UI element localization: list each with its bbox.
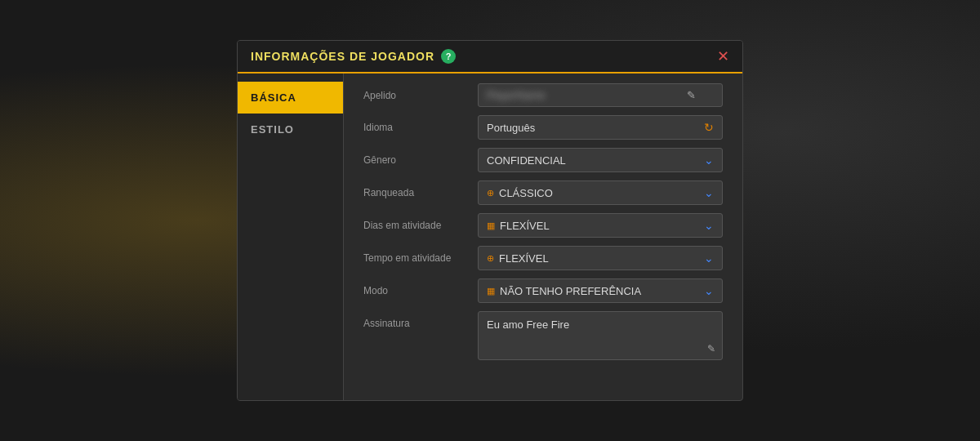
dias-atividade-dropdown[interactable]: ▦ FLEXÍVEL ⌄ <box>478 213 723 238</box>
dias-atividade-row: Dias em atividade ▦ FLEXÍVEL ⌄ <box>363 213 723 238</box>
assinatura-textarea[interactable]: Eu amo Free Fire ✎ <box>478 311 723 360</box>
assinatura-label: Assinatura <box>363 311 478 329</box>
modo-chevron-icon: ⌄ <box>704 284 714 297</box>
assinatura-value: Eu amo Free Fire <box>487 318 569 331</box>
modo-row: Modo ▦ NÃO TENHO PREFERÊNCIA ⌄ <box>363 278 723 303</box>
ranqueada-field-wrapper: ⊕ CLÁSSICO ⌄ <box>478 180 723 205</box>
genero-field-wrapper: CONFIDENCIAL ⌄ <box>478 148 723 172</box>
apelido-row: Apelido PlayerName ✎ ◀ <box>363 83 723 107</box>
ranqueada-label: Ranqueada <box>363 187 478 198</box>
apelido-field-wrapper: PlayerName ✎ <box>478 83 723 107</box>
modo-text-area: ▦ NÃO TENHO PREFERÊNCIA <box>487 285 641 297</box>
tempo-atividade-text-area: ⊕ FLEXÍVEL <box>487 252 549 265</box>
genero-dropdown[interactable]: CONFIDENCIAL ⌄ <box>478 148 723 172</box>
idioma-row: Idioma Português ↻ <box>363 115 723 140</box>
idioma-value: Português <box>487 122 535 134</box>
idioma-dropdown[interactable]: Português ↻ <box>478 115 723 140</box>
ranqueada-text-area: ⊕ CLÁSSICO <box>487 187 553 199</box>
ranqueada-value: CLÁSSICO <box>499 187 553 199</box>
title-area: INFORMAÇÕES DE JOGADOR ? <box>251 49 456 64</box>
apelido-label: Apelido <box>363 90 478 101</box>
tempo-atividade-dropdown[interactable]: ⊕ FLEXÍVEL ⌄ <box>478 246 723 270</box>
dias-atividade-value: FLEXÍVEL <box>500 220 550 232</box>
dialog-title: INFORMAÇÕES DE JOGADOR <box>251 50 434 63</box>
genero-value: CONFIDENCIAL <box>487 154 566 167</box>
dias-atividade-label: Dias em atividade <box>363 220 478 231</box>
modo-value: NÃO TENHO PREFERÊNCIA <box>500 285 641 297</box>
idioma-field-wrapper: Português ↻ <box>478 115 723 140</box>
modo-dropdown[interactable]: ▦ NÃO TENHO PREFERÊNCIA ⌄ <box>478 278 723 303</box>
dias-atividade-mode-icon: ▦ <box>487 220 495 231</box>
ranqueada-mode-icon: ⊕ <box>487 188 494 198</box>
dias-atividade-field-wrapper: ▦ FLEXÍVEL ⌄ <box>478 213 723 238</box>
genero-chevron-icon: ⌄ <box>704 154 714 167</box>
tempo-atividade-mode-icon: ⊕ <box>487 253 494 264</box>
tempo-atividade-row: Tempo em atividade ⊕ FLEXÍVEL ⌄ <box>363 246 723 270</box>
genero-row: Gênero CONFIDENCIAL ⌄ <box>363 148 723 172</box>
dialog-header: INFORMAÇÕES DE JOGADOR ? ✕ <box>238 41 742 74</box>
assinatura-wrapper: Eu amo Free Fire ✎ <box>478 311 723 360</box>
dias-atividade-text-area: ▦ FLEXÍVEL <box>487 220 550 232</box>
apelido-edit-icon[interactable]: ✎ <box>687 89 696 101</box>
assinatura-row: Assinatura Eu amo Free Fire ✎ <box>363 311 723 360</box>
genero-label: Gênero <box>363 154 478 166</box>
help-badge[interactable]: ? <box>441 49 456 64</box>
tempo-atividade-label: Tempo em atividade <box>363 252 478 264</box>
sidebar: BÁSICA ESTILO <box>238 74 344 400</box>
idioma-label: Idioma <box>363 122 478 133</box>
modo-label: Modo <box>363 285 478 296</box>
close-button[interactable]: ✕ <box>717 49 729 64</box>
player-info-dialog: INFORMAÇÕES DE JOGADOR ? ✕ BÁSICA ESTILO… <box>237 40 743 401</box>
ranqueada-row: Ranqueada ⊕ CLÁSSICO ⌄ <box>363 180 723 205</box>
ranqueada-chevron-icon: ⌄ <box>704 186 714 199</box>
tempo-atividade-chevron-icon: ⌄ <box>704 252 714 265</box>
tempo-atividade-field-wrapper: ⊕ FLEXÍVEL ⌄ <box>478 246 723 270</box>
assinatura-edit-icon[interactable]: ✎ <box>707 343 715 354</box>
ranqueada-dropdown[interactable]: ⊕ CLÁSSICO ⌄ <box>478 180 723 205</box>
apelido-value: PlayerName <box>487 89 546 101</box>
sidebar-item-estilo[interactable]: ESTILO <box>238 114 343 145</box>
tempo-atividade-value: FLEXÍVEL <box>499 252 549 265</box>
idioma-refresh-icon[interactable]: ↻ <box>704 121 714 134</box>
dialog-body: BÁSICA ESTILO Apelido PlayerName ✎ ◀ <box>238 74 742 400</box>
modo-mode-icon: ▦ <box>487 286 495 296</box>
modo-field-wrapper: ▦ NÃO TENHO PREFERÊNCIA ⌄ <box>478 278 723 303</box>
content-area: Apelido PlayerName ✎ ◀ Idioma Português … <box>344 74 742 400</box>
apelido-input[interactable]: PlayerName ✎ <box>478 83 723 107</box>
sidebar-item-basica[interactable]: BÁSICA <box>238 82 343 114</box>
dias-atividade-chevron-icon: ⌄ <box>704 219 714 232</box>
